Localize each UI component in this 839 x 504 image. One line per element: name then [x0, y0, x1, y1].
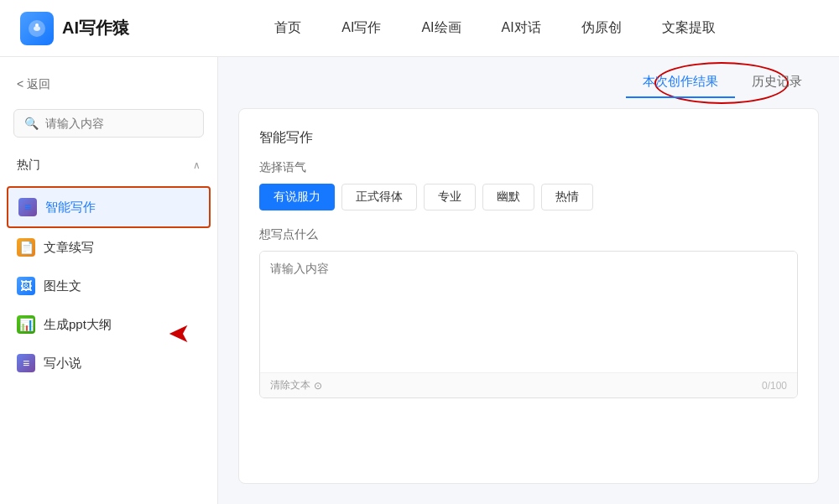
tone-persuasive[interactable]: 有说服力: [259, 184, 335, 210]
panel-title: 智能写作: [259, 129, 798, 147]
tone-passion[interactable]: 热情: [541, 184, 593, 210]
chevron-up-icon: ∧: [193, 159, 201, 171]
textarea-wrapper: 清除文本 ⊙ 0/100: [259, 251, 798, 398]
main-nav: 首页 AI写作 AI绘画 AI对话 伪原创 文案提取: [171, 19, 819, 37]
textarea-footer: 清除文本 ⊙ 0/100: [260, 372, 797, 397]
sidebar-item-ppt-label: 生成ppt大纲: [44, 317, 112, 333]
nav-aidialog[interactable]: AI对话: [502, 19, 541, 37]
tone-formal[interactable]: 正式得体: [341, 184, 417, 210]
sidebar-item-intelligent-label: 智能写作: [45, 200, 96, 216]
back-link[interactable]: < 返回: [0, 70, 217, 99]
clear-icon: ⊙: [314, 380, 322, 392]
clear-text-btn[interactable]: 清除文本 ⊙: [270, 378, 322, 392]
nav-aidraw[interactable]: AI绘画: [421, 19, 461, 37]
tone-humor[interactable]: 幽默: [482, 184, 534, 210]
write-label: 想写点什么: [259, 227, 798, 242]
logo-area: AI写作猿: [20, 12, 171, 45]
article-icon: 📄: [17, 238, 35, 257]
search-input[interactable]: [45, 117, 193, 130]
sidebar-item-article[interactable]: 📄 文章续写: [0, 228, 217, 267]
novel-icon: ≡: [17, 354, 35, 372]
intelligent-icon: ≡: [18, 198, 37, 216]
sidebar-item-novel-label: 写小说: [44, 356, 81, 372]
sidebar-item-article-label: 文章续写: [44, 240, 94, 256]
ppt-icon: 📊: [17, 315, 35, 334]
svg-point-1: [35, 23, 39, 27]
char-count: 0/100: [762, 380, 787, 392]
sidebar-item-ppt[interactable]: 📊 生成ppt大纲: [0, 305, 217, 344]
tab-current-result[interactable]: 本次创作结果: [626, 67, 735, 98]
nav-original[interactable]: 伪原创: [581, 19, 622, 37]
tab-history[interactable]: 历史记录: [735, 67, 819, 98]
tone-section-label: 选择语气: [259, 160, 798, 175]
header: AI写作猿 首页 AI写作 AI绘画 AI对话 伪原创 文案提取: [0, 0, 839, 57]
write-textarea[interactable]: [260, 252, 797, 369]
nav-copywriting[interactable]: 文案提取: [662, 19, 716, 37]
tone-buttons: 有说服力 正式得体 专业 幽默 热情: [259, 184, 798, 210]
logo-icon: [20, 12, 54, 45]
sidebar-item-novel[interactable]: ≡ 写小说: [0, 344, 217, 382]
content-area: 本次创作结果 历史记录 智能写作 选择语气 有说服力 正式得体 专业 幽默 热情…: [218, 57, 839, 504]
nav-home[interactable]: 首页: [274, 19, 301, 37]
image-icon: 🖼: [17, 277, 35, 295]
sidebar-item-intelligent[interactable]: ≡ 智能写作: [7, 186, 211, 228]
clear-label: 清除文本: [270, 378, 310, 392]
section-header: 热门 ∧: [0, 151, 217, 179]
search-box[interactable]: 🔍: [13, 109, 204, 138]
nav-aiwrite[interactable]: AI写作: [341, 19, 381, 37]
sidebar: < 返回 🔍 热门 ∧ ≡ 智能写作 📄 文章续写 🖼 图生文 📊: [0, 57, 218, 504]
sidebar-item-image-label: 图生文: [44, 278, 81, 294]
tone-professional[interactable]: 专业: [424, 184, 476, 210]
logo-text: AI写作猿: [62, 17, 129, 39]
sidebar-items: ≡ 智能写作 📄 文章续写 🖼 图生文 📊 生成ppt大纲 ≡ 写小说: [0, 186, 217, 382]
search-icon: 🔍: [24, 117, 39, 130]
section-title: 热门: [17, 158, 40, 173]
main-panel: 智能写作 选择语气 有说服力 正式得体 专业 幽默 热情 想写点什么 清除文本 …: [238, 108, 819, 484]
tabs-row: 本次创作结果 历史记录: [218, 57, 839, 108]
sidebar-item-image[interactable]: 🖼 图生文: [0, 267, 217, 305]
main-layout: < 返回 🔍 热门 ∧ ≡ 智能写作 📄 文章续写 🖼 图生文 📊: [0, 57, 839, 504]
